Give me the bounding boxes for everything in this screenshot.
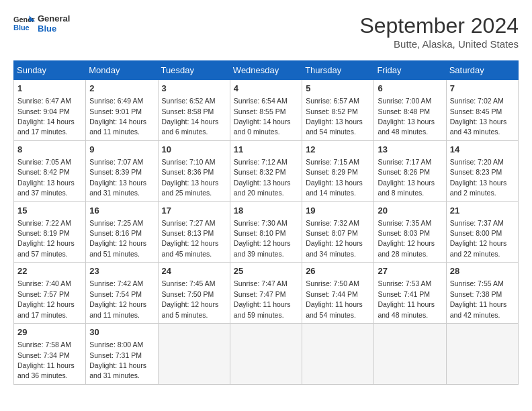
day-number: 1 <box>17 83 82 95</box>
calendar-cell: 7 Sunrise: 7:02 AMSunset: 8:45 PMDayligh… <box>446 80 518 141</box>
calendar-cell <box>302 324 374 385</box>
day-info: Sunrise: 7:00 AMSunset: 8:48 PMDaylight:… <box>378 97 435 136</box>
day-info: Sunrise: 7:12 AMSunset: 8:32 PMDaylight:… <box>234 158 291 197</box>
day-number: 4 <box>234 83 298 95</box>
calendar-cell: 14 Sunrise: 7:20 AMSunset: 8:23 PMDaylig… <box>446 140 518 201</box>
day-info: Sunrise: 7:37 AMSunset: 8:00 PMDaylight:… <box>450 219 507 258</box>
calendar-cell: 9 Sunrise: 7:07 AMSunset: 8:39 PMDayligh… <box>86 140 158 201</box>
day-number: 20 <box>378 205 442 217</box>
calendar-table: SundayMondayTuesdayWednesdayThursdayFrid… <box>13 60 519 385</box>
day-number: 13 <box>378 144 442 156</box>
calendar-cell: 19 Sunrise: 7:32 AMSunset: 8:07 PMDaylig… <box>302 201 374 263</box>
day-info: Sunrise: 7:53 AMSunset: 7:41 PMDaylight:… <box>378 279 435 318</box>
day-info: Sunrise: 6:49 AMSunset: 9:01 PMDaylight:… <box>89 97 146 136</box>
day-number: 16 <box>89 205 154 217</box>
day-info: Sunrise: 6:52 AMSunset: 8:58 PMDaylight:… <box>162 97 219 136</box>
day-number: 11 <box>234 144 298 156</box>
calendar-cell: 28 Sunrise: 7:55 AMSunset: 7:38 PMDaylig… <box>446 263 518 324</box>
day-info: Sunrise: 7:32 AMSunset: 8:07 PMDaylight:… <box>306 219 363 258</box>
day-number: 2 <box>89 83 154 95</box>
svg-text:Blue: Blue <box>13 24 30 32</box>
day-number: 21 <box>450 205 515 217</box>
calendar-cell: 20 Sunrise: 7:35 AMSunset: 8:03 PMDaylig… <box>374 201 446 263</box>
calendar-week-2: 8 Sunrise: 7:05 AMSunset: 8:42 PMDayligh… <box>14 140 519 201</box>
day-number: 17 <box>162 205 226 217</box>
calendar-cell <box>374 324 446 385</box>
day-info: Sunrise: 6:47 AMSunset: 9:04 PMDaylight:… <box>17 97 75 136</box>
day-info: Sunrise: 6:57 AMSunset: 8:52 PMDaylight:… <box>306 97 363 136</box>
day-info: Sunrise: 7:35 AMSunset: 8:03 PMDaylight:… <box>378 219 435 258</box>
day-number: 8 <box>17 144 82 156</box>
calendar-cell: 2 Sunrise: 6:49 AMSunset: 9:01 PMDayligh… <box>86 80 158 141</box>
day-info: Sunrise: 6:54 AMSunset: 8:55 PMDaylight:… <box>234 97 291 136</box>
calendar-cell: 26 Sunrise: 7:50 AMSunset: 7:44 PMDaylig… <box>302 263 374 324</box>
calendar-cell: 15 Sunrise: 7:22 AMSunset: 8:19 PMDaylig… <box>14 201 86 263</box>
day-info: Sunrise: 7:25 AMSunset: 8:16 PMDaylight:… <box>89 219 146 258</box>
calendar-cell <box>158 324 230 385</box>
calendar-week-4: 22 Sunrise: 7:40 AMSunset: 7:57 PMDaylig… <box>14 263 519 324</box>
day-number: 12 <box>306 144 370 156</box>
calendar-cell: 29 Sunrise: 7:58 AMSunset: 7:34 PMDaylig… <box>14 324 86 385</box>
calendar-cell: 11 Sunrise: 7:12 AMSunset: 8:32 PMDaylig… <box>230 140 302 201</box>
weekday-header-saturday: Saturday <box>446 61 518 80</box>
day-info: Sunrise: 7:05 AMSunset: 8:42 PMDaylight:… <box>17 158 75 197</box>
day-info: Sunrise: 7:27 AMSunset: 8:13 PMDaylight:… <box>162 219 219 258</box>
calendar-cell <box>230 324 302 385</box>
day-info: Sunrise: 7:30 AMSunset: 8:10 PMDaylight:… <box>234 219 291 258</box>
calendar-cell: 17 Sunrise: 7:27 AMSunset: 8:13 PMDaylig… <box>158 201 230 263</box>
calendar-week-5: 29 Sunrise: 7:58 AMSunset: 7:34 PMDaylig… <box>14 324 519 385</box>
calendar-cell: 5 Sunrise: 6:57 AMSunset: 8:52 PMDayligh… <box>302 80 374 141</box>
logo-text-general: General <box>38 13 70 24</box>
day-number: 18 <box>234 205 298 217</box>
calendar-cell: 23 Sunrise: 7:42 AMSunset: 7:54 PMDaylig… <box>86 263 158 324</box>
day-number: 24 <box>162 265 226 277</box>
day-info: Sunrise: 7:20 AMSunset: 8:23 PMDaylight:… <box>450 158 507 197</box>
calendar-cell: 18 Sunrise: 7:30 AMSunset: 8:10 PMDaylig… <box>230 201 302 263</box>
day-number: 22 <box>17 265 82 277</box>
month-title: September 2024 <box>359 13 519 38</box>
calendar-cell: 8 Sunrise: 7:05 AMSunset: 8:42 PMDayligh… <box>14 140 86 201</box>
day-number: 25 <box>234 265 298 277</box>
day-info: Sunrise: 7:17 AMSunset: 8:26 PMDaylight:… <box>378 158 435 197</box>
calendar-cell: 24 Sunrise: 7:45 AMSunset: 7:50 PMDaylig… <box>158 263 230 324</box>
calendar-cell: 25 Sunrise: 7:47 AMSunset: 7:47 PMDaylig… <box>230 263 302 324</box>
calendar-cell: 4 Sunrise: 6:54 AMSunset: 8:55 PMDayligh… <box>230 80 302 141</box>
weekday-header-monday: Monday <box>86 61 158 80</box>
weekday-header-tuesday: Tuesday <box>158 61 230 80</box>
day-number: 14 <box>450 144 515 156</box>
calendar-cell: 22 Sunrise: 7:40 AMSunset: 7:57 PMDaylig… <box>14 263 86 324</box>
location: Butte, Alaska, United States <box>359 38 519 50</box>
title-block: September 2024 Butte, Alaska, United Sta… <box>359 13 519 50</box>
calendar-cell: 27 Sunrise: 7:53 AMSunset: 7:41 PMDaylig… <box>374 263 446 324</box>
day-number: 6 <box>378 83 442 95</box>
weekday-header-wednesday: Wednesday <box>230 61 302 80</box>
day-number: 5 <box>306 83 370 95</box>
day-number: 19 <box>306 205 370 217</box>
calendar-week-3: 15 Sunrise: 7:22 AMSunset: 8:19 PMDaylig… <box>14 201 519 263</box>
calendar-cell: 12 Sunrise: 7:15 AMSunset: 8:29 PMDaylig… <box>302 140 374 201</box>
day-number: 10 <box>162 144 226 156</box>
day-info: Sunrise: 7:10 AMSunset: 8:36 PMDaylight:… <box>162 158 219 197</box>
day-info: Sunrise: 7:55 AMSunset: 7:38 PMDaylight:… <box>450 279 507 318</box>
day-number: 30 <box>89 326 154 338</box>
day-number: 7 <box>450 83 515 95</box>
day-info: Sunrise: 7:42 AMSunset: 7:54 PMDaylight:… <box>89 279 146 318</box>
calendar-cell: 6 Sunrise: 7:00 AMSunset: 8:48 PMDayligh… <box>374 80 446 141</box>
day-info: Sunrise: 7:50 AMSunset: 7:44 PMDaylight:… <box>306 279 363 318</box>
day-number: 28 <box>450 265 515 277</box>
day-number: 26 <box>306 265 370 277</box>
day-info: Sunrise: 8:00 AMSunset: 7:31 PMDaylight:… <box>89 340 146 379</box>
weekday-header-friday: Friday <box>374 61 446 80</box>
day-number: 29 <box>17 326 82 338</box>
day-number: 23 <box>89 265 154 277</box>
calendar-cell <box>446 324 518 385</box>
calendar-cell: 10 Sunrise: 7:10 AMSunset: 8:36 PMDaylig… <box>158 140 230 201</box>
calendar-cell: 1 Sunrise: 6:47 AMSunset: 9:04 PMDayligh… <box>14 80 86 141</box>
calendar-cell: 30 Sunrise: 8:00 AMSunset: 7:31 PMDaylig… <box>86 324 158 385</box>
calendar-cell: 3 Sunrise: 6:52 AMSunset: 8:58 PMDayligh… <box>158 80 230 141</box>
day-number: 15 <box>17 205 82 217</box>
day-info: Sunrise: 7:40 AMSunset: 7:57 PMDaylight:… <box>17 279 75 318</box>
logo-icon: General Blue <box>13 14 35 33</box>
calendar-cell: 21 Sunrise: 7:37 AMSunset: 8:00 PMDaylig… <box>446 201 518 263</box>
logo: General Blue General Blue <box>13 13 70 34</box>
